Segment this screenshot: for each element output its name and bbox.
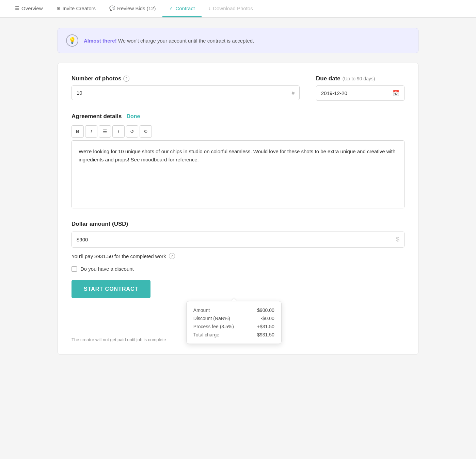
alert-highlight: Almost there! xyxy=(84,38,117,44)
alert-message: We won't charge your account until the c… xyxy=(118,38,254,44)
due-date-value: 2019-12-20 xyxy=(321,90,347,96)
nav-review-label: Review Bids (12) xyxy=(117,5,156,11)
undo-button[interactable]: ↺ xyxy=(126,125,138,138)
tooltip-amount-value: $900.00 xyxy=(257,307,274,313)
download-icon: ↓ xyxy=(208,5,211,11)
tooltip-amount-label: Amount xyxy=(193,307,210,313)
photos-help-icon[interactable]: ? xyxy=(123,76,129,82)
tooltip-content: Amount $900.00 Discount (NaN%) -$0.00 Pr… xyxy=(186,301,282,344)
tooltip-fee-value: +$31.50 xyxy=(257,324,274,329)
photos-suffix: # xyxy=(292,90,295,96)
nav-download-photos[interactable]: ↓ Download Photos xyxy=(202,0,260,17)
alert-text: Almost there! We won't charge your accou… xyxy=(84,38,254,44)
due-date-sublabel: (Up to 90 days) xyxy=(343,76,375,81)
nav-invite-label: Invite Creators xyxy=(63,5,96,11)
pay-summary-text: You'll pay $931.50 for the completed wor… xyxy=(72,253,166,259)
nav-download-label: Download Photos xyxy=(213,5,253,11)
invite-icon: ⊕ xyxy=(57,5,61,11)
pay-help-icon[interactable]: ? xyxy=(169,253,175,259)
dollar-input-wrapper: $ xyxy=(72,232,404,248)
tooltip-total-row: Total charge $931.50 xyxy=(193,332,274,337)
due-date-label: Due date (Up to 90 days) xyxy=(316,75,404,82)
discount-label: Do you have a discount xyxy=(80,266,134,272)
nav-invite[interactable]: ⊕ Invite Creators xyxy=(50,0,103,17)
discount-checkbox[interactable] xyxy=(72,266,77,272)
dollar-input[interactable] xyxy=(77,237,396,242)
unordered-list-button[interactable]: ⁝ xyxy=(112,125,125,138)
tooltip-fee-label: Process fee (3.5%) xyxy=(193,324,234,329)
photos-input[interactable] xyxy=(77,90,292,96)
nav-overview-label: Overview xyxy=(21,5,43,11)
agreement-header: Agreement details Done xyxy=(72,113,404,120)
dollar-icon: $ xyxy=(396,236,399,243)
overview-icon: ☰ xyxy=(15,5,19,11)
contract-icon: ✓ xyxy=(169,5,173,11)
redo-button[interactable]: ↻ xyxy=(140,125,152,138)
bold-button[interactable]: B xyxy=(72,125,84,138)
pay-summary: You'll pay $931.50 for the completed wor… xyxy=(72,253,404,259)
agreement-section: Agreement details Done B I ☰ ⁝ ↺ xyxy=(72,113,404,208)
alert-icon: 💡 xyxy=(66,34,78,47)
nav-overview[interactable]: ☰ Overview xyxy=(8,0,50,17)
alert-banner: 💡 Almost there! We won't charge your acc… xyxy=(58,28,418,53)
agreement-label: Agreement details xyxy=(72,113,122,120)
navigation: ☰ Overview ⊕ Invite Creators 💬 Review Bi… xyxy=(0,0,476,18)
photos-due-date-row: Number of photos ? # Due date (Up to 90 … xyxy=(72,75,404,101)
tooltip-amount-row: Amount $900.00 xyxy=(193,307,274,313)
tooltip-discount-row: Discount (NaN%) -$0.00 xyxy=(193,316,274,321)
editor-toolbar: B I ☰ ⁝ ↺ ↻ xyxy=(72,125,404,138)
due-date-input-wrapper[interactable]: 2019-12-20 📅 xyxy=(316,85,404,101)
nav-contract-label: Contract xyxy=(175,5,195,11)
discount-row: Do you have a discount xyxy=(72,266,404,272)
tooltip-fee-row: Process fee (3.5%) +$31.50 xyxy=(193,324,274,329)
editor-content: We're looking for 10 unique shots of our… xyxy=(79,148,395,162)
review-icon: 💬 xyxy=(109,5,115,11)
photos-label: Number of photos ? xyxy=(72,75,300,82)
tooltip-total-value: $931.50 xyxy=(257,332,274,337)
tooltip-discount-value: -$0.00 xyxy=(261,316,274,321)
photos-group: Number of photos ? # xyxy=(72,75,300,101)
nav-contract[interactable]: ✓ Contract xyxy=(162,0,202,17)
ordered-list-button[interactable]: ☰ xyxy=(99,125,111,138)
contract-card: Number of photos ? # Due date (Up to 90 … xyxy=(58,63,418,355)
italic-button[interactable]: I xyxy=(85,125,97,138)
tooltip-arrow xyxy=(231,299,237,301)
bottom-section: START CONTRACT Amount $900.00 Discount (… xyxy=(72,280,404,342)
editor-area[interactable]: We're looking for 10 unique shots of our… xyxy=(72,140,404,208)
start-contract-button[interactable]: START CONTRACT xyxy=(72,280,150,298)
done-badge: Done xyxy=(126,113,140,120)
tooltip-total-label: Total charge xyxy=(193,332,219,337)
main-content: 💡 Almost there! We won't charge your acc… xyxy=(51,18,425,365)
dollar-section: Dollar amount (USD) $ xyxy=(72,221,404,248)
photos-input-wrapper: # xyxy=(72,85,300,100)
calendar-icon: 📅 xyxy=(393,90,399,96)
due-date-group: Due date (Up to 90 days) 2019-12-20 📅 xyxy=(316,75,404,101)
dollar-label: Dollar amount (USD) xyxy=(72,221,404,227)
nav-review-bids[interactable]: 💬 Review Bids (12) xyxy=(102,0,162,17)
tooltip-discount-label: Discount (NaN%) xyxy=(193,316,230,321)
